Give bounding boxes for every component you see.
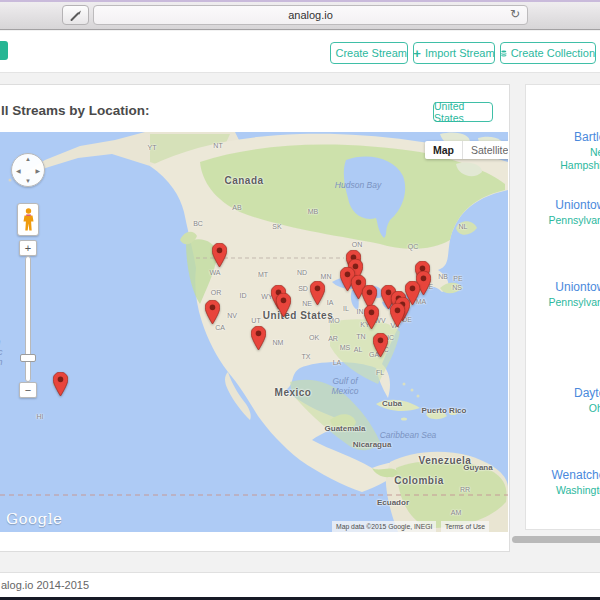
stream-state-label: Pennsylvania [541,296,600,309]
footer-copyright: alog.io 2014-2015 [1,579,89,591]
create-collection-label: Create Collection [511,47,595,59]
stream-state-label: Pennsylvania [541,214,600,227]
street-view-pegman[interactable] [17,203,39,236]
stream-city-link[interactable]: Wenatchee [528,468,600,482]
plus-icon: + [413,47,421,60]
stream-state-label: Ohio [541,402,600,415]
create-collection-button[interactable]: Create Collection [500,42,596,64]
pan-up-icon[interactable]: ▲ [25,156,31,162]
collection-icon [501,48,507,59]
pan-right-icon[interactable]: ▶ [35,167,40,174]
stream-city-link[interactable]: Uniontown [528,280,600,294]
create-stream-label: Create Stream [335,47,407,59]
stream-map-marker[interactable] [276,293,291,317]
stream-city-link[interactable]: Dayton [528,386,600,400]
window-accent-line [0,0,600,2]
map-type-control: Map Satellite [425,141,508,159]
reload-icon[interactable]: ↻ [510,7,520,21]
import-stream-label: Import Stream [425,47,495,59]
stream-map-marker[interactable] [251,326,266,350]
page-footer: alog.io 2014-2015 [0,572,600,597]
stream-map-marker[interactable] [212,243,227,267]
stream-city-link[interactable]: Bartlett [528,130,600,144]
zoom-slider-handle[interactable] [20,354,36,362]
stream-map-marker[interactable] [205,300,220,324]
stream-map-marker[interactable] [390,303,405,327]
app-window: analog.io ↻ Create Stream + Import Strea… [0,0,600,600]
zoom-out-button[interactable]: − [19,382,37,398]
browser-tool-button[interactable] [62,5,89,25]
map-attribution: Map data ©2015 Google, INEGI [332,521,436,532]
stream-map-marker[interactable] [310,281,325,305]
map-type-map-button[interactable]: Map [425,141,462,159]
pegman-icon [23,208,34,232]
region-filter-badge[interactable]: United States [433,102,493,122]
pan-left-icon[interactable]: ◀ [16,167,21,174]
google-logo[interactable]: Google [6,510,62,528]
page-title: ll Streams by Location: [1,103,150,118]
map-pan-control[interactable]: ▲ ▼ ◀ ▶ [11,153,45,187]
app-navbar: Create Stream + Import Stream Create Col… [0,31,600,73]
streams-sidebar: Bartlett New Hampshire Uniontown Pennsyl… [525,84,600,530]
map-type-satellite-button[interactable]: Satellite [462,141,508,159]
address-bar[interactable]: analog.io ↻ [93,5,528,25]
app-logo-fragment[interactable] [0,41,8,60]
stream-map-marker[interactable] [373,333,388,357]
url-text: analog.io [288,9,333,21]
stream-map-marker[interactable] [364,305,379,329]
google-map[interactable]: YTNTABBCSKMBONQCNLCanadaHudson BayWAMTND… [0,132,508,532]
create-stream-button[interactable]: Create Stream [330,42,408,64]
stream-state-label: Washington [541,484,600,497]
stream-city-link[interactable]: Uniontown [528,198,600,212]
stream-state-label: New Hampshire [541,146,600,171]
zoom-in-button[interactable]: + [19,240,37,256]
import-stream-button[interactable]: + Import Stream [413,42,495,64]
horizontal-scrollbar-thumb[interactable] [512,536,600,543]
zoom-slider-track[interactable] [25,256,31,382]
terms-of-use-link[interactable]: Terms of Use [441,521,489,532]
browser-chrome: analog.io ↻ [0,0,600,30]
pan-down-icon[interactable]: ▼ [25,178,31,184]
wrench-icon [69,9,82,22]
stream-map-marker[interactable] [53,372,68,396]
